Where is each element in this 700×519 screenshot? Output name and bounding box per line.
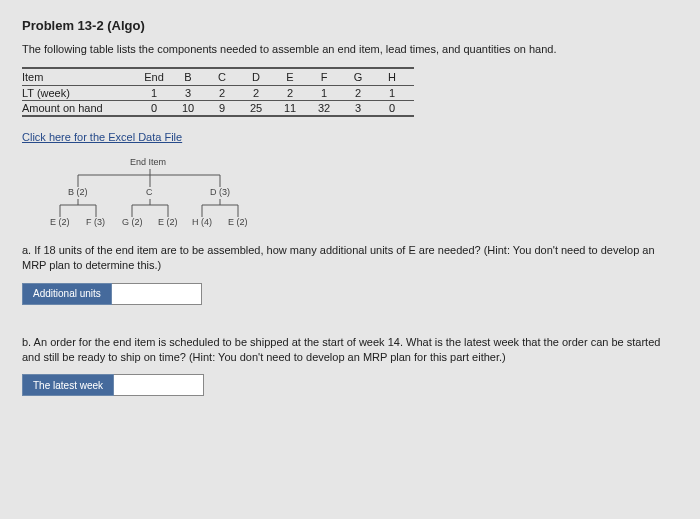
- table-row-lt: LT (week) 1 3 2 2 2 1 2 1: [22, 86, 414, 101]
- excel-data-link[interactable]: Click here for the Excel Data File: [22, 131, 182, 143]
- answer-a-label: Additional units: [22, 283, 112, 305]
- answer-b-input[interactable]: [114, 374, 204, 396]
- answer-a-row: Additional units: [22, 283, 678, 305]
- tree-node-e2: E (2): [158, 217, 178, 227]
- tree-node-e1: E (2): [50, 217, 70, 227]
- tree-node-d: D (3): [210, 187, 230, 197]
- hdr-item: Item: [22, 68, 142, 86]
- hdr-c: C: [210, 68, 244, 86]
- hdr-f: F: [312, 68, 346, 86]
- table-row-amount: Amount on hand 0 10 9 25 11 32 3 0: [22, 101, 414, 117]
- lbl-lt: LT (week): [22, 86, 142, 101]
- answer-b-row: The latest week: [22, 374, 678, 396]
- hdr-g: G: [346, 68, 380, 86]
- tree-node-c: C: [146, 187, 153, 197]
- question-b-text: b. An order for the end item is schedule…: [22, 335, 678, 365]
- tree-node-f: F (3): [86, 217, 105, 227]
- hdr-d: D: [244, 68, 278, 86]
- tree-node-h: H (4): [192, 217, 212, 227]
- answer-a-input[interactable]: [112, 283, 202, 305]
- tree-node-b: B (2): [68, 187, 88, 197]
- hdr-end: End: [142, 68, 176, 86]
- answer-b-label: The latest week: [22, 374, 114, 396]
- tree-node-e3: E (2): [228, 217, 248, 227]
- problem-title: Problem 13-2 (Algo): [22, 18, 678, 33]
- hdr-h: H: [380, 68, 414, 86]
- tree-node-end: End Item: [130, 157, 166, 167]
- tree-node-g: G (2): [122, 217, 143, 227]
- hdr-b: B: [176, 68, 210, 86]
- product-tree: End Item B (2) C D (3) E (2) F (3) G (2)…: [50, 159, 400, 237]
- components-table: Item End B C D E F G H LT (week) 1 3 2 2…: [22, 67, 414, 117]
- hdr-e: E: [278, 68, 312, 86]
- table-row-header: Item End B C D E F G H: [22, 68, 414, 86]
- intro-text: The following table lists the components…: [22, 43, 678, 55]
- question-a-text: a. If 18 units of the end item are to be…: [22, 243, 678, 273]
- lbl-amount: Amount on hand: [22, 101, 142, 117]
